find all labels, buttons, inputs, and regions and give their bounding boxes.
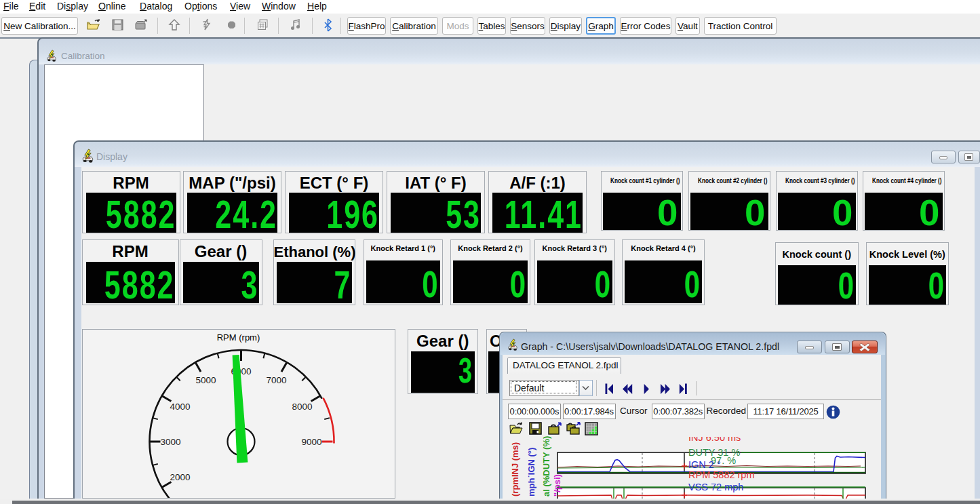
svg-text:5000: 5000 [195,375,216,385]
svg-text:3000: 3000 [160,437,180,447]
svg-text:8000: 8000 [292,402,312,412]
svg-text:9000: 9000 [301,437,321,447]
svg-text:2000: 2000 [170,472,190,482]
svg-text:7000: 7000 [266,375,286,385]
svg-text:4000: 4000 [170,402,190,412]
